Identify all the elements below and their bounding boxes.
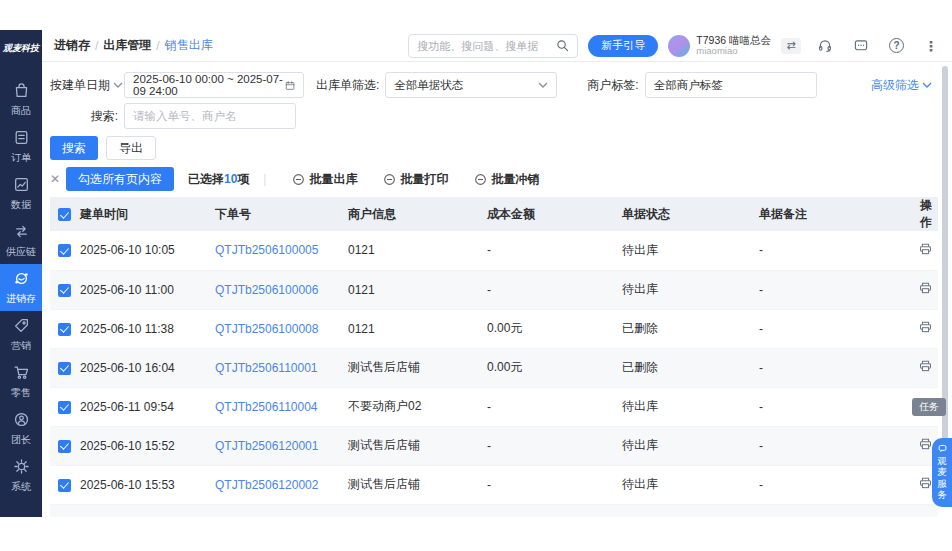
main-area: 进销存 / 出库管理 / 销售出库 新手引导 T7936 喵喵总会 miaomi…: [42, 30, 952, 517]
row-checkbox[interactable]: [58, 479, 71, 492]
print-icon[interactable]: [918, 437, 933, 451]
breadcrumb-item[interactable]: 出库管理: [103, 37, 151, 54]
column-header: 操作: [918, 197, 938, 231]
cell-merchant: 0121: [348, 231, 487, 270]
batch-reverse-button[interactable]: 批量冲销: [474, 171, 539, 188]
topbar: 进销存 / 出库管理 / 销售出库 新手引导 T7936 喵喵总会 miaomi…: [42, 30, 952, 62]
status-filter-value: 全部单据状态: [394, 78, 463, 93]
table-row: 2025-06-10 11:00 QTJTb2506100006 0121 - …: [50, 270, 938, 309]
document-icon: [13, 129, 30, 148]
cell-cost: 0.00元: [487, 309, 622, 348]
sidebar-item-orders[interactable]: 订单: [0, 123, 42, 170]
table-row: 2025-06-11 09:54 QTJTb2506110004 不要动商户02…: [50, 387, 938, 426]
order-number-link[interactable]: QTJTb2506120001: [215, 439, 318, 453]
chevron-down-icon: [113, 81, 123, 89]
switch-account-icon[interactable]: ⇄: [781, 38, 801, 54]
breadcrumb-separator: /: [156, 39, 159, 53]
filter-buttons: 搜索 导出: [42, 136, 952, 160]
cell-status: 待出库: [622, 270, 759, 309]
merchant-tag-input[interactable]: [654, 79, 808, 91]
cell-time: 2025-06-10 15:53: [80, 465, 215, 504]
sidebar-item-data[interactable]: 数据: [0, 170, 42, 217]
orders-table: 建单时间 下单号 商户信息 成本金额 单据状态 单据备注 操作 2025-06-…: [50, 197, 938, 505]
sidebar-item-system[interactable]: 系统: [0, 452, 42, 499]
sidebar-item-goods[interactable]: 商品: [0, 76, 42, 123]
advanced-filter-label: 高级筛选: [871, 77, 919, 94]
cell-time: 2025-06-10 15:52: [80, 426, 215, 465]
more-menu-icon[interactable]: ⋮: [924, 38, 938, 54]
advanced-filter-toggle[interactable]: 高级筛选: [871, 77, 932, 94]
beginner-guide-button[interactable]: 新手引导: [588, 35, 658, 57]
row-checkbox[interactable]: [58, 244, 71, 257]
status-filter-label: 出库单筛选:: [316, 77, 379, 94]
export-button[interactable]: 导出: [106, 136, 156, 160]
print-icon[interactable]: [918, 242, 933, 256]
gear-icon: [13, 458, 30, 477]
breadcrumb-item[interactable]: 进销存: [54, 37, 90, 54]
sidebar-item-retail[interactable]: 零售: [0, 358, 42, 405]
row-checkbox[interactable]: [58, 440, 71, 453]
print-icon[interactable]: [918, 281, 933, 295]
batch-outbound-button[interactable]: 批量出库: [292, 171, 357, 188]
cell-note: -: [759, 270, 918, 309]
merchant-tag-label: 商户标签:: [587, 77, 638, 94]
print-icon[interactable]: [918, 320, 933, 334]
circle-batch-icon: [292, 173, 305, 186]
row-checkbox[interactable]: [58, 401, 71, 414]
row-checkbox[interactable]: [58, 323, 71, 336]
user-avatar[interactable]: [668, 35, 690, 57]
order-number-link[interactable]: QTJTb2506100005: [215, 243, 318, 257]
breadcrumb-current: 销售出库: [165, 37, 213, 54]
print-icon[interactable]: [918, 359, 933, 373]
column-header: 单据状态: [622, 197, 759, 231]
cell-merchant: 测试售后店铺: [348, 348, 487, 387]
column-header: 下单号: [215, 197, 348, 231]
column-header: 商户信息: [348, 197, 487, 231]
selected-count: 10: [224, 172, 237, 186]
order-number-link[interactable]: QTJTb2506100008: [215, 322, 318, 336]
bag-icon: [13, 82, 30, 101]
sidebar-item-supply-chain[interactable]: 供应链: [0, 217, 42, 264]
row-checkbox[interactable]: [58, 362, 71, 375]
order-number-link[interactable]: QTJTb2506110004: [215, 400, 318, 414]
service-tab[interactable]: 观麦服务: [932, 438, 952, 507]
filter-panel: 按建单日期 2025-06-10 00:00 ~ 2025-07-09 24:0…: [42, 62, 952, 129]
date-type-dropdown[interactable]: 按建单日期: [50, 77, 124, 94]
column-header: 成本金额: [487, 197, 622, 231]
sidebar-item-leader[interactable]: 团长: [0, 405, 42, 452]
sidebar-item-inventory[interactable]: 进销存: [0, 264, 42, 311]
search-icon[interactable]: [556, 39, 569, 52]
message-icon[interactable]: [853, 38, 869, 53]
close-icon[interactable]: ✕: [50, 172, 66, 186]
print-icon[interactable]: [918, 476, 933, 490]
date-range-picker[interactable]: 2025-06-10 00:00 ~ 2025-07-09 24:00: [124, 72, 304, 98]
select-all-checkbox[interactable]: [58, 208, 71, 221]
batch-print-button[interactable]: 批量打印: [383, 171, 448, 188]
status-filter-select[interactable]: 全部单据状态: [385, 72, 557, 98]
sidebar-item-label: 进销存: [6, 292, 36, 306]
date-range-value: 2025-06-10 00:00 ~ 2025-07-09 24:00: [133, 73, 285, 97]
row-checkbox[interactable]: [58, 284, 71, 297]
task-tab[interactable]: 任务: [912, 398, 946, 416]
sidebar-item-marketing[interactable]: 营销: [0, 311, 42, 358]
global-search-input[interactable]: [417, 40, 550, 52]
customer-service-icon[interactable]: [817, 38, 833, 53]
search-button[interactable]: 搜索: [50, 136, 98, 160]
cell-cost: -: [487, 465, 622, 504]
table-row: 2025-06-10 11:38 QTJTb2506100008 0121 0.…: [50, 309, 938, 348]
order-number-link[interactable]: QTJTb2506120002: [215, 478, 318, 492]
order-number-link[interactable]: QTJTb2506110001: [215, 361, 318, 375]
cell-note: -: [759, 231, 918, 270]
help-icon[interactable]: ?: [889, 38, 904, 53]
cell-note: -: [759, 465, 918, 504]
order-number-link[interactable]: QTJTb2506100006: [215, 283, 318, 297]
service-tab-label: 观麦服务: [937, 455, 948, 501]
filter-row-1: 按建单日期 2025-06-10 00:00 ~ 2025-07-09 24:0…: [50, 72, 932, 98]
column-header: 建单时间: [80, 197, 215, 231]
keyword-search-input[interactable]: [133, 110, 287, 122]
breadcrumb: 进销存 / 出库管理 / 销售出库: [54, 37, 213, 54]
selected-count-text: 已选择10项: [188, 171, 249, 188]
app-window: 观麦科技 商品 订单 数据 供应链 进销存: [0, 30, 952, 517]
select-all-pages-button[interactable]: 勾选所有页内容: [66, 167, 174, 191]
cell-cost: -: [487, 387, 622, 426]
